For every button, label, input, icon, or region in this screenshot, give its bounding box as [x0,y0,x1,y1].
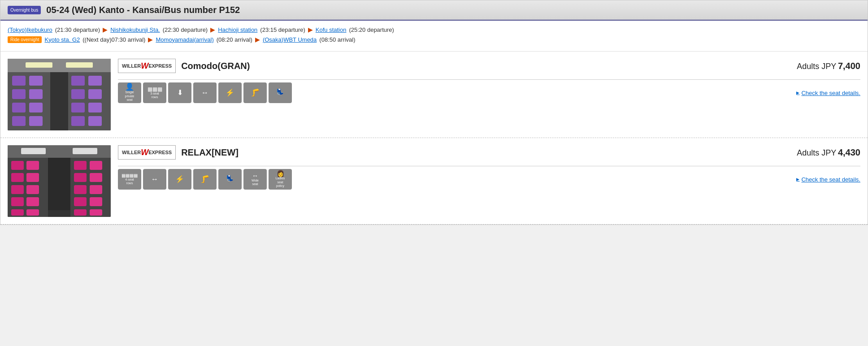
amenity-power: ⚡ [218,82,242,103]
svg-rect-32 [11,197,24,206]
page-title: 05-24 (Wed) Kanto - Kansai/Bus number P1… [46,5,240,15]
amenity-footrest: ↔ [193,82,217,103]
svg-rect-29 [26,173,39,182]
willer-prefix-relax: WILLER [122,150,141,155]
route-arrival-3: (08:50 arrival) [319,36,355,43]
route-link-ikebukuro[interactable]: (Tokyo)Ikebukuro [8,26,52,33]
bus-info-bottom-relax: ▦▦▦▦ 4-seatrows ↔ ⚡ 🦵 [118,169,860,190]
amenity-ladies-seat: 👩 Ladiesseatpolicy [269,169,292,190]
route-arrow-2: ▶ [210,26,215,33]
amenity-label-4seat: 4-seatrows [125,178,134,186]
svg-rect-6 [29,76,43,86]
price-section-comodo: Adults JPY 7,400 [797,61,860,71]
divider-relax [118,166,860,166]
route-row-2: Ride overnight Kyoto sta. G2 ((Next day)… [8,36,860,43]
amenity-seat-type-relax: 💺 [218,169,242,190]
bus-image-relax [8,145,111,217]
svg-rect-41 [90,185,102,194]
willer-suffix-relax: EXPRESS [148,150,172,155]
ladies-seat-icon: 👩 [277,170,284,177]
svg-rect-17 [71,103,85,112]
svg-rect-43 [90,197,102,206]
svg-rect-4 [66,62,93,68]
price-section-relax: Adults JPY 4,430 [797,147,860,158]
divider-comodo [118,79,860,80]
route-departure-3: (23:15 departure) [260,26,305,33]
route-link-momoyamadai[interactable]: Momoyamadai(arrival) [156,36,213,43]
amenity-3seat-rows: ▦▦▦ 3-seatrows [143,82,166,103]
route-arrow-5: ▶ [255,36,260,43]
bus-card-relax: WILLER W EXPRESS RELAX[NEW] Adults JPY 4… [0,138,868,225]
amenity-legrest: 🦵 [193,169,217,190]
amenities-comodo: 👤 Singleprivateseat ▦▦▦ 3-seatrows ⬇ ↔ [118,82,292,103]
seatbelt-icon: 🦵 [251,89,260,96]
willer-logo-comodo: WILLER W EXPRESS [118,59,176,73]
route-arrival-1: ((Next day)07:30 arrival) [82,36,145,43]
svg-rect-5 [12,76,26,86]
svg-rect-3 [26,62,52,68]
svg-rect-19 [71,116,85,126]
ride-overnight-badge: Ride overnight [8,36,42,43]
svg-rect-40 [74,185,87,194]
check-seat-details-comodo[interactable]: Check the seat details. [796,90,860,96]
svg-rect-14 [88,76,102,86]
route-link-kyoto[interactable]: Kyoto sta. G2 [44,36,80,43]
wide-seat-icon: ↔ [252,173,258,179]
svg-rect-7 [12,89,26,99]
svg-rect-34 [11,209,24,216]
bus-info-left-relax: WILLER W EXPRESS RELAX[NEW] [118,145,239,160]
bus-info-top-relax: WILLER W EXPRESS RELAX[NEW] Adults JPY 4… [118,145,860,160]
amenity-label-single: Singleprivateseat [125,91,134,102]
svg-rect-44 [74,209,87,216]
bus-info-bottom-comodo: 👤 Singleprivateseat ▦▦▦ 3-seatrows ⬇ ↔ [118,82,860,103]
route-arrow-1: ▶ [103,26,108,33]
svg-rect-10 [29,103,43,112]
svg-rect-20 [88,116,102,126]
svg-rect-9 [12,103,26,112]
footrest-icon: ↔ [201,89,208,96]
willer-w-comodo: W [141,61,148,71]
amenity-power-relax: ⚡ [168,169,191,190]
bus-info-left-comodo: WILLER W EXPRESS Comodo(GRAN) [118,59,250,73]
svg-rect-45 [90,209,102,216]
svg-rect-42 [74,197,87,206]
route-link-osaka[interactable]: (Osaka)WBT Umeda [263,36,317,43]
svg-rect-16 [88,89,102,99]
willer-w-relax: W [141,148,148,157]
check-section-comodo: Check the seat details. [796,90,860,96]
price-amount-comodo: 7,400 [838,61,860,71]
bus-card-comodo: WILLER W EXPRESS Comodo(GRAN) Adults JPY… [0,52,868,138]
power-icon: ⚡ [226,89,234,96]
willer-prefix-comodo: WILLER [122,63,141,69]
route-departure-1: (21:30 departure) [55,26,100,33]
svg-rect-33 [26,197,39,206]
svg-rect-11 [12,116,26,126]
recline-icon: ⬇ [177,89,183,96]
svg-rect-27 [26,161,39,170]
bus-image-comodo [8,59,111,130]
amenity-seat-type: 💺 [269,82,292,103]
bus-info-comodo: WILLER W EXPRESS Comodo(GRAN) Adults JPY… [118,59,860,130]
route-link-kofu[interactable]: Kofu station [316,26,347,33]
svg-rect-8 [29,89,43,99]
bus-info-top-comodo: WILLER W EXPRESS Comodo(GRAN) Adults JPY… [118,59,860,73]
amenity-label-wide: Wideseat [252,179,259,186]
power-icon-relax: ⚡ [175,176,184,183]
svg-rect-26 [11,161,24,170]
page-wrapper: Overnight bus 05-24 (Wed) Kanto - Kansai… [0,0,868,225]
route-link-hachioji[interactable]: Hachioji station [218,26,257,33]
amenity-wide-seat: ↔ Wideseat [243,169,267,190]
svg-rect-46 [48,210,70,217]
bus-type-name-relax: RELAX[NEW] [181,147,239,158]
route-link-nishikokubunji[interactable]: Nishikokubunji Sta. [110,26,160,33]
amenities-relax: ▦▦▦▦ 4-seatrows ↔ ⚡ 🦵 [118,169,292,190]
svg-rect-15 [71,89,85,99]
check-seat-details-relax[interactable]: Check the seat details. [796,176,860,183]
willer-logo-relax: WILLER W EXPRESS [118,145,176,160]
svg-rect-39 [90,173,102,182]
3seat-icon: ▦▦▦ [148,86,162,92]
check-section-relax: Check the seat details. [796,176,860,183]
footrest-icon-relax: ↔ [151,176,158,183]
route-departure-4: (25:20 departure) [349,26,394,33]
price-label-relax: Adults JPY [797,148,836,157]
